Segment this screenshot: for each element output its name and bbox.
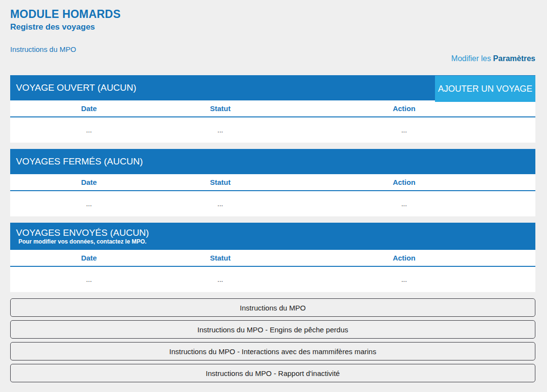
footer-buttons: Instructions du MPO Instructions du MPO … xyxy=(10,298,535,382)
instructions-mpo-button[interactable]: Instructions du MPO xyxy=(10,298,535,317)
sent-trips-table: Date Statut Action ... ... ... xyxy=(10,250,535,292)
column-header-date: Date xyxy=(10,178,168,186)
page-title: MODULE HOMARDS xyxy=(10,8,535,21)
table-row: ... ... ... xyxy=(10,191,535,216)
column-header-action: Action xyxy=(273,104,535,113)
empty-statut-cell: ... xyxy=(168,200,273,208)
column-header-action: Action xyxy=(273,178,535,186)
open-trip-header-bar: VOYAGE OUVERT (AUCUN) AJOUTER UN VOYAGE xyxy=(10,75,535,100)
modify-settings-row: Modifier les Paramètres xyxy=(10,54,535,64)
column-header-date: Date xyxy=(10,254,168,262)
main-content: MODULE HOMARDS Registre des voyages Inst… xyxy=(0,8,547,382)
add-trip-button[interactable]: AJOUTER UN VOYAGE xyxy=(435,76,535,102)
modify-settings-link[interactable]: Modifier les Paramètres xyxy=(451,54,535,63)
closed-trips-header-bar: VOYAGES FERMÉS (AUCUN) xyxy=(10,149,535,174)
sent-trips-title: VOYAGES ENVOYÉS (AUCUN) xyxy=(16,228,535,238)
page-subtitle: Registre des voyages xyxy=(10,22,535,32)
table-row: ... ... ... xyxy=(10,267,535,292)
instructions-inactivity-report-button[interactable]: Instructions du MPO - Rapport d'inactivi… xyxy=(10,364,535,382)
instructions-marine-mammals-button[interactable]: Instructions du MPO - Interactions avec … xyxy=(10,342,535,360)
dfo-instructions-link[interactable]: Instructions du MPO xyxy=(10,45,76,53)
column-header-statut: Statut xyxy=(168,104,273,113)
open-trips-table: Date Statut Action ... ... ... xyxy=(10,100,535,143)
section-closed-trips: VOYAGES FERMÉS (AUCUN) Date Statut Actio… xyxy=(10,149,535,216)
empty-action-cell: ... xyxy=(273,276,535,283)
column-header-action: Action xyxy=(273,254,535,262)
empty-action-cell: ... xyxy=(273,200,535,208)
sent-trips-subtitle: Pour modifier vos données, contactez le … xyxy=(18,238,535,245)
dfo-link-row: Instructions du MPO xyxy=(10,45,535,54)
empty-date-cell: ... xyxy=(10,276,168,283)
section-open-trip: VOYAGE OUVERT (AUCUN) AJOUTER UN VOYAGE … xyxy=(10,75,535,143)
modify-settings-emphasis: Paramètres xyxy=(493,54,535,63)
modify-settings-prefix: Modifier les xyxy=(451,54,493,63)
section-sent-trips: VOYAGES ENVOYÉS (AUCUN) Pour modifier vo… xyxy=(10,223,535,292)
closed-trips-table-header: Date Statut Action xyxy=(10,174,535,191)
empty-date-cell: ... xyxy=(10,200,168,208)
empty-action-cell: ... xyxy=(273,126,535,134)
instructions-lost-gear-button[interactable]: Instructions du MPO - Engins de pêche pe… xyxy=(10,320,535,339)
column-header-statut: Statut xyxy=(168,178,273,186)
empty-date-cell: ... xyxy=(10,126,168,134)
open-trips-table-header: Date Statut Action xyxy=(10,100,535,117)
empty-statut-cell: ... xyxy=(168,126,273,134)
empty-statut-cell: ... xyxy=(168,276,273,283)
column-header-date: Date xyxy=(10,104,168,113)
closed-trips-table: Date Statut Action ... ... ... xyxy=(10,174,535,216)
table-row: ... ... ... xyxy=(10,117,535,143)
sent-trips-table-header: Date Statut Action xyxy=(10,250,535,267)
sent-trips-header-bar: VOYAGES ENVOYÉS (AUCUN) Pour modifier vo… xyxy=(10,223,535,250)
closed-trips-title: VOYAGES FERMÉS (AUCUN) xyxy=(16,156,535,167)
column-header-statut: Statut xyxy=(168,254,273,262)
